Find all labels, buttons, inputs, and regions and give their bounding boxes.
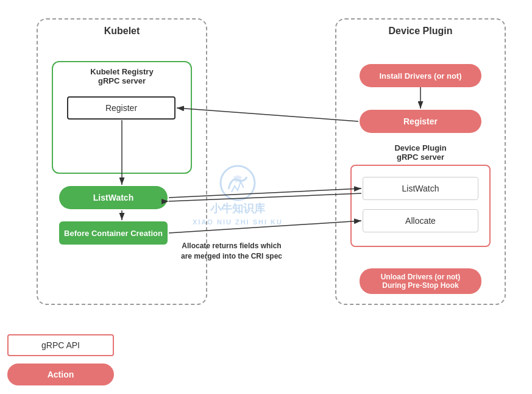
listwatch-kubelet-button: ListWatch [59, 186, 168, 209]
watermark: 小牛知识库 XIAO NIU ZHI SHI KU [171, 159, 305, 232]
kubelet-title: Kubelet [37, 18, 207, 37]
allocate-returns-text: Allocate returns fields which are merged… [180, 241, 283, 262]
listwatch-device-box: ListWatch [363, 177, 478, 200]
register-device-button: Register [360, 110, 481, 133]
register-kubelet-box: Register [67, 96, 176, 120]
diagram-container: Kubelet Kubelet Registry gRPC server Reg… [0, 0, 532, 394]
device-plugin-box [335, 18, 506, 305]
svg-point-0 [221, 166, 255, 200]
legend-action: Action [7, 364, 114, 385]
device-plugin-title: Device Plugin [335, 18, 506, 37]
install-drivers-button: Install Drivers (or not) [360, 64, 481, 87]
watermark-icon [216, 165, 259, 201]
allocate-device-box: Allocate [363, 209, 478, 232]
legend-grpc-api: gRPC API [7, 334, 114, 356]
before-container-button: Before Container Creation [59, 221, 168, 245]
kubelet-registry-title: Kubelet Registry gRPC server [52, 61, 192, 85]
unload-drivers-button: Unload Drivers (or not)During Pre-Stop H… [360, 268, 481, 294]
device-grpc-title: Device Plugin gRPC server [335, 143, 506, 162]
